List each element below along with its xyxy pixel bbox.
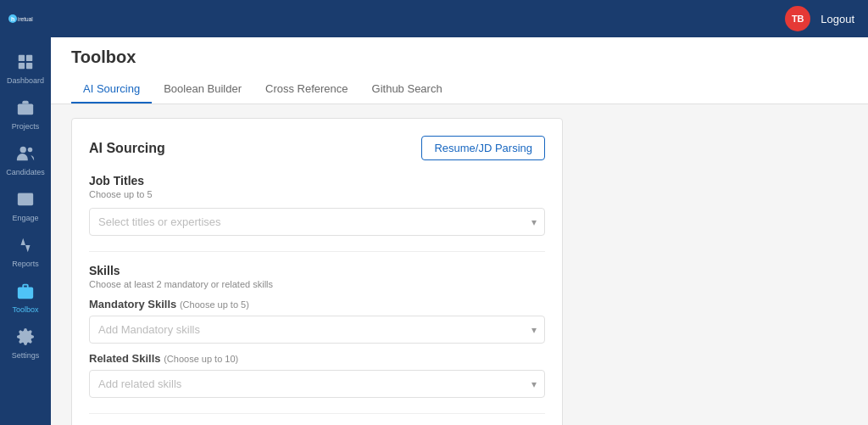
settings-icon xyxy=(16,327,35,349)
job-titles-label: Job Titles xyxy=(89,174,545,187)
mandatory-skills-select-wrapper: Add Mandatory skills xyxy=(89,316,545,344)
sidebar-item-label: Toolbox xyxy=(12,305,38,314)
svg-point-9 xyxy=(28,148,33,153)
sidebar-item-engage[interactable]: Engage xyxy=(0,182,51,227)
svg-rect-5 xyxy=(19,63,25,69)
tab-cross-reference[interactable]: Cross Reference xyxy=(253,75,360,103)
toolbox-icon xyxy=(16,282,35,303)
sidebar-item-label: Settings xyxy=(12,351,40,360)
content-area: AI Sourcing Resume/JD Parsing Job Titles… xyxy=(51,104,868,425)
sidebar-navigation: Dashboard Projects Candidates xyxy=(0,37,51,365)
ai-sourcing-card: AI Sourcing Resume/JD Parsing Job Titles… xyxy=(71,118,563,425)
tabs: AI Sourcing Boolean Builder Cross Refere… xyxy=(71,75,848,103)
svg-rect-4 xyxy=(26,55,32,61)
mandatory-skills-section: Mandatory Skills (Choose up to 5) Add Ma… xyxy=(89,298,545,344)
page-title: Toolbox xyxy=(71,48,848,67)
job-titles-section: Job Titles Choose up to 5 Select titles … xyxy=(89,174,545,236)
sidebar-item-reports[interactable]: Reports xyxy=(0,227,51,273)
job-titles-sublabel: Choose up to 5 xyxy=(89,189,545,199)
avatar: TB xyxy=(785,6,810,31)
candidates-icon xyxy=(16,144,35,165)
divider-1 xyxy=(89,251,545,252)
related-skills-section: Related Skills (Choose up to 10) Add rel… xyxy=(89,352,545,398)
skills-section: Skills Choose at least 2 mandatory or re… xyxy=(89,264,545,398)
sidebar-item-toolbox[interactable]: Toolbox xyxy=(0,273,51,319)
tab-github-search[interactable]: Github Search xyxy=(360,75,454,103)
mandatory-skills-select[interactable]: Add Mandatory skills xyxy=(89,316,545,344)
engage-icon xyxy=(16,190,35,211)
topbar-actions: TB Logout xyxy=(785,6,854,31)
svg-text:h: h xyxy=(11,16,14,22)
sidebar-item-label: Projects xyxy=(12,122,40,131)
sidebar-item-dashboard[interactable]: Dashboard xyxy=(0,44,51,90)
related-skills-select-wrapper: Add related skills xyxy=(89,370,545,398)
sidebar-item-projects[interactable]: Projects xyxy=(0,90,51,136)
ai-sourcing-title: AI Sourcing xyxy=(89,141,165,156)
topbar: TB Logout xyxy=(51,0,868,37)
svg-rect-6 xyxy=(26,63,32,69)
skills-label: Skills xyxy=(89,264,545,277)
sidebar: h iretual Dashboard xyxy=(0,0,51,425)
svg-rect-3 xyxy=(19,55,25,61)
projects-icon xyxy=(16,98,35,120)
skills-sublabel: Choose at least 2 mandatory or related s… xyxy=(89,279,545,289)
job-titles-select-wrapper: Select titles or expertises xyxy=(89,208,545,236)
sidebar-item-label: Candidates xyxy=(6,168,45,176)
mandatory-skills-label: Mandatory Skills (Choose up to 5) xyxy=(89,298,545,310)
tab-ai-sourcing[interactable]: AI Sourcing xyxy=(71,75,152,103)
sidebar-item-label: Engage xyxy=(12,214,38,222)
resume-jd-parsing-button[interactable]: Resume/JD Parsing xyxy=(421,136,545,160)
page-header: Toolbox AI Sourcing Boolean Builder Cros… xyxy=(51,37,868,104)
divider-2 xyxy=(89,413,545,414)
sidebar-logo: h iretual xyxy=(0,0,51,37)
sidebar-item-settings[interactable]: Settings xyxy=(0,319,51,365)
dashboard-icon xyxy=(16,53,35,74)
related-skills-label: Related Skills (Choose up to 10) xyxy=(89,352,545,365)
tab-boolean-builder[interactable]: Boolean Builder xyxy=(152,75,253,103)
logout-button[interactable]: Logout xyxy=(821,13,854,25)
sidebar-item-candidates[interactable]: Candidates xyxy=(0,136,51,182)
ai-sourcing-header: AI Sourcing Resume/JD Parsing xyxy=(89,136,545,160)
svg-point-8 xyxy=(20,147,26,153)
svg-text:iretual: iretual xyxy=(18,16,33,22)
sidebar-item-label: Dashboard xyxy=(7,76,44,85)
job-titles-select[interactable]: Select titles or expertises xyxy=(89,208,545,236)
sidebar-item-label: Reports xyxy=(12,260,39,268)
main-content: Toolbox AI Sourcing Boolean Builder Cros… xyxy=(51,37,868,425)
svg-rect-7 xyxy=(18,103,33,115)
reports-icon xyxy=(16,236,35,257)
related-skills-select[interactable]: Add related skills xyxy=(89,370,545,398)
